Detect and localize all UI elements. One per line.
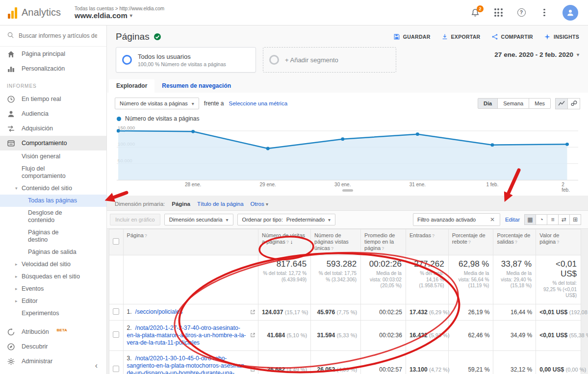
column-header-bounce-rate[interactable]: Porcentaje de rebote? xyxy=(448,229,493,255)
column-header-avg-time[interactable]: Promedio de tiempo en la página? xyxy=(361,229,406,255)
performance-view-icon[interactable]: ≡ xyxy=(547,214,559,225)
plot-rows-button[interactable]: Incluir en gráfico xyxy=(110,214,160,225)
chart-data-point[interactable] xyxy=(191,130,195,133)
edit-filter-link[interactable]: Editar xyxy=(505,217,520,223)
sidebar-item-events[interactable]: ▸ Eventos xyxy=(0,283,106,295)
search-input[interactable] xyxy=(19,32,97,39)
tab-explorer[interactable]: Explorador xyxy=(109,79,154,93)
cell-page: 1./seccion/policiales xyxy=(123,304,258,320)
help-icon[interactable]: ? xyxy=(516,8,526,18)
sidebar-item-experiments[interactable]: Experimentos xyxy=(0,307,106,320)
help-icon: ? xyxy=(557,240,559,245)
sidebar-item-content-drilldown[interactable]: Desglose de contenido xyxy=(0,207,106,226)
select-all-checkbox[interactable] xyxy=(113,238,119,245)
column-header-page[interactable]: Página? xyxy=(123,229,258,255)
insights-button[interactable]: INSIGHTS xyxy=(544,33,579,40)
analytics-logo[interactable]: Analytics xyxy=(0,7,67,19)
row-checkbox[interactable] xyxy=(113,331,119,338)
table-view-icon[interactable]: ▦ xyxy=(524,214,536,225)
page-link[interactable]: /seccion/policiales xyxy=(135,308,183,315)
granularity-day-button[interactable]: Día xyxy=(478,98,498,109)
sidebar-item-exit-pages[interactable]: Páginas de salida xyxy=(0,246,106,258)
save-icon xyxy=(393,33,400,40)
summary-avg-time: 00:02:26Media de la vista: 00:03:02 (20,… xyxy=(361,255,406,304)
column-header-unique-pageviews[interactable]: Número de páginas vistas únicas? xyxy=(311,229,361,255)
sidebar-item-all-pages[interactable]: Todas las páginas xyxy=(0,195,106,207)
sidebar-item-acquisition[interactable]: Adquisición xyxy=(0,121,106,136)
select-metric-link[interactable]: Seleccione una métrica xyxy=(229,100,288,106)
trend-chart[interactable]: 150.000100.00050.000 28 ene.29 ene.30 en… xyxy=(117,125,578,193)
sidebar-item-site-content[interactable]: ▾ Contenido del sitio xyxy=(0,182,106,195)
dimension-page[interactable]: Página xyxy=(172,201,190,207)
more-options-icon[interactable] xyxy=(539,8,549,18)
help-icon: ? xyxy=(145,233,147,238)
sidebar-item-site-speed[interactable]: ▸ Velocidad del sitio xyxy=(0,258,106,271)
chart-data-point[interactable] xyxy=(266,147,270,150)
sidebar-item-site-search[interactable]: ▸ Búsquedas en el sitio xyxy=(0,271,106,283)
chart-data-point[interactable] xyxy=(565,143,569,146)
sort-type-button[interactable]: Ordenar por tipo: Predeterminado ▾ xyxy=(237,214,335,225)
share-button[interactable]: COMPARTIR xyxy=(491,33,534,40)
sidebar-item-behavior-flow[interactable]: Flujo del comportamiento xyxy=(0,163,106,182)
metric-selector[interactable]: Número de visitas a páginas ▾ xyxy=(115,98,199,109)
line-chart-button[interactable] xyxy=(555,98,568,109)
comparison-view-icon[interactable]: ⇄ xyxy=(558,214,570,225)
sidebar-item-landing-pages[interactable]: Páginas de destino xyxy=(0,226,106,246)
granularity-month-button[interactable]: Mes xyxy=(529,98,551,109)
sidebar-item-overview[interactable]: Visión general xyxy=(0,150,106,163)
chart-data-point[interactable] xyxy=(341,137,344,141)
external-link-icon[interactable] xyxy=(250,309,256,315)
cell-page: 2./nota/2020-1-27-2-37-40-otro-asesinato… xyxy=(123,320,258,350)
sidebar-section-reports: INFORMES xyxy=(0,76,106,92)
dimension-page-title[interactable]: Título de la página xyxy=(197,201,244,207)
save-button[interactable]: GUARDAR xyxy=(393,33,431,40)
avatar[interactable] xyxy=(562,5,578,21)
sidebar-item-audience[interactable]: Audiencia xyxy=(0,106,106,121)
dimension-others[interactable]: Otros ▾ xyxy=(251,201,268,207)
cell-pageviews: 41.684 (5,10 %) xyxy=(258,320,311,350)
column-header-entrances[interactable]: Entradas? xyxy=(406,229,448,255)
percentage-view-icon[interactable]: ◔ xyxy=(536,214,547,225)
column-header-page-value[interactable]: Valor de página? xyxy=(536,229,581,255)
sidebar-item-behavior[interactable]: Comportamiento xyxy=(0,136,106,150)
table-view-switcher: ▦ ◔ ≡ ⇄ ⊞ xyxy=(525,214,581,225)
sidebar-search[interactable] xyxy=(0,25,106,47)
sidebar-item-attribution[interactable]: Atribución BETA xyxy=(0,324,106,339)
add-segment-button[interactable]: + Añadir segmento xyxy=(263,47,396,73)
sidebar-collapse-icon[interactable]: ‹ xyxy=(95,361,98,370)
sidebar-item-publisher[interactable]: ▸ Editor xyxy=(0,295,106,307)
row-checkbox[interactable] xyxy=(113,366,119,372)
gear-icon xyxy=(7,357,15,366)
apps-grid-icon[interactable] xyxy=(493,8,503,18)
chart-data-point[interactable] xyxy=(416,132,419,136)
page-link[interactable]: /nota/2020-1-30-10-45-0-otro-robo-sangri… xyxy=(127,355,246,374)
export-button[interactable]: EXPORTAR xyxy=(441,33,481,40)
secondary-dimension-button[interactable]: Dimensión secundaria ▾ xyxy=(164,214,233,225)
sidebar-item-discover[interactable]: Descubrir xyxy=(0,339,106,354)
sidebar-item-home[interactable]: Página principal xyxy=(0,47,106,61)
row-checkbox[interactable] xyxy=(113,308,119,315)
sidebar-item-customization[interactable]: Personalización xyxy=(0,61,106,76)
sidebar-item-admin[interactable]: Administrar xyxy=(0,354,106,369)
advanced-filter-chip[interactable]: Filtro avanzado activado ✕ xyxy=(413,213,500,226)
sidebar-item-realtime[interactable]: En tiempo real xyxy=(0,92,106,106)
granularity-week-button[interactable]: Semana xyxy=(497,98,529,109)
pivot-view-icon[interactable]: ⊞ xyxy=(569,214,581,225)
tab-navigation-summary[interactable]: Resumen de navegación xyxy=(154,79,238,93)
clear-filter-icon[interactable]: ✕ xyxy=(489,216,496,223)
column-header-exit-rate[interactable]: Porcentaje de salidas? xyxy=(493,229,536,255)
column-header-pageviews[interactable]: Número de visitas a páginas? ↓ xyxy=(258,229,311,255)
breadcrumb[interactable]: Todas las cuentas > http://www.eldia.com xyxy=(75,6,164,11)
external-link-icon[interactable] xyxy=(250,367,256,372)
date-range-selector[interactable]: 27 ene. 2020 - 2 feb. 2020 ▾ xyxy=(494,47,579,58)
external-link-icon[interactable] xyxy=(250,332,256,338)
notifications-bell-icon[interactable]: 2 xyxy=(470,8,480,18)
account-selector[interactable]: www.eldia.com ▾ xyxy=(75,11,164,20)
chevron-right-icon: ▸ xyxy=(15,273,18,280)
segment-all-users[interactable]: Todos los usuarios 100,00 % Número de vi… xyxy=(116,47,256,73)
motion-chart-button[interactable] xyxy=(567,98,580,109)
chart-data-point[interactable] xyxy=(490,143,494,147)
scrubber-handle[interactable] xyxy=(342,189,353,192)
x-axis-label: 1 feb. xyxy=(486,182,498,187)
page-link[interactable]: /nota/2020-1-27-2-37-40-otro-asesinato-e… xyxy=(127,324,246,346)
